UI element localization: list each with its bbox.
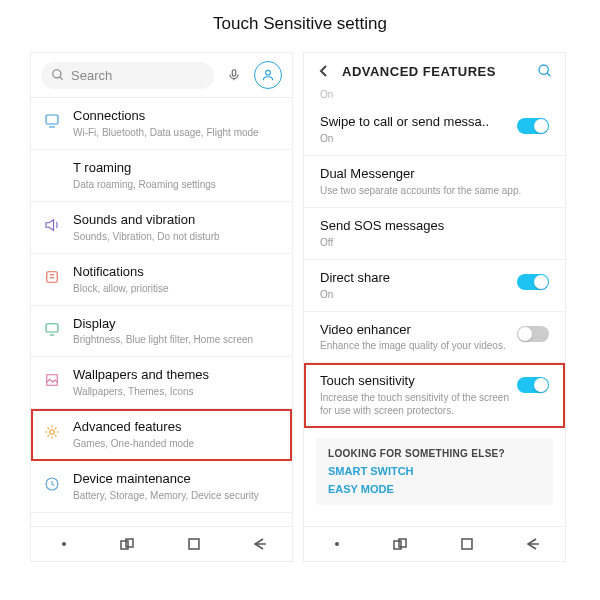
feature-item-send-sos-messages[interactable]: Send SOS messagesOff [304,208,565,260]
home-icon[interactable] [182,535,206,553]
search-input[interactable]: Search [41,62,214,89]
feature-subtitle: Enhance the image quality of your videos… [320,339,509,352]
svg-rect-31 [394,541,401,549]
feature-title: Touch sensitivity [320,373,509,390]
mic-icon[interactable] [220,61,248,89]
feature-text: Touch sensitivityIncrease the touch sens… [320,373,509,417]
settings-item-title: Sounds and vibration [73,212,280,229]
feature-text: Dual MessengerUse two separate accounts … [320,166,549,197]
settings-item-wallpapers-and-themes[interactable]: Wallpapers and themesWallpapers, Themes,… [31,357,292,409]
no-icon [41,162,63,184]
settings-item-title: Advanced features [73,419,280,436]
settings-item-text: NotificationsBlock, allow, prioritise [73,264,280,295]
svg-rect-32 [399,539,406,547]
settings-item-subtitle: Block, allow, prioritise [73,282,280,295]
settings-item-sounds-and-vibration[interactable]: Sounds and vibrationSounds, Vibration, D… [31,202,292,254]
settings-item-subtitle: Wi-Fi, Bluetooth, Data usage, Flight mod… [73,126,280,139]
settings-item-title: Connections [73,108,280,125]
settings-item-text: Wallpapers and themesWallpapers, Themes,… [73,367,280,398]
feature-item-swipe-to-call-or-send-messa[interactable]: Swipe to call or send messa..On [304,104,565,156]
settings-item-text: ConnectionsWi-Fi, Bluetooth, Data usage,… [73,108,280,139]
svg-point-3 [266,70,271,75]
settings-item-display[interactable]: DisplayBrightness, Blue light filter, Ho… [31,306,292,358]
right-navbar [304,526,565,561]
toggle-switch[interactable] [517,118,549,134]
looking-title: LOOKING FOR SOMETHING ELSE? [328,448,541,459]
settings-item-apps[interactable]: AppsDefault apps, App permissions [31,513,292,526]
right-phone: ADVANCED FEATURES On Swipe to call or se… [303,52,566,562]
svg-rect-6 [47,271,58,282]
notifications-icon [41,266,63,288]
feature-text: Video enhancerEnhance the image quality … [320,322,509,353]
feature-subtitle: Increase the touch sensitivity of the sc… [320,391,509,417]
feature-item-direct-share[interactable]: Direct shareOn [304,260,565,312]
home-icon[interactable] [455,535,479,553]
settings-item-title: Device maintenance [73,471,280,488]
svg-rect-25 [126,539,133,547]
svg-point-12 [50,430,55,435]
feature-subtitle: On [320,288,509,301]
svg-point-23 [62,542,66,546]
settings-item-subtitle: Data roaming, Roaming settings [73,178,280,191]
search-placeholder: Search [71,68,112,83]
feature-title: Dual Messenger [320,166,549,183]
feature-item-video-enhancer[interactable]: Video enhancerEnhance the image quality … [304,312,565,364]
settings-list: ConnectionsWi-Fi, Bluetooth, Data usage,… [31,98,292,526]
feature-subtitle: Use two separate accounts for the same a… [320,184,549,197]
maintenance-icon [41,473,63,495]
feature-item-touch-sensitivity[interactable]: Touch sensitivityIncrease the touch sens… [304,363,565,428]
settings-item-text: Device maintenanceBattery, Storage, Memo… [73,471,280,502]
toggle-switch[interactable] [517,274,549,290]
settings-item-connections[interactable]: ConnectionsWi-Fi, Bluetooth, Data usage,… [31,98,292,150]
settings-item-title: Wallpapers and themes [73,367,280,384]
looking-link[interactable]: EASY MODE [328,483,541,495]
settings-item-text: T roamingData roaming, Roaming settings [73,160,280,191]
phones-container: Search ConnectionsWi-Fi, Bluetooth, Data… [0,52,600,562]
recents-icon[interactable] [117,535,141,553]
settings-item-text: DisplayBrightness, Blue light filter, Ho… [73,316,280,347]
feature-subtitle: Off [320,236,549,249]
feature-item-dual-messenger[interactable]: Dual MessengerUse two separate accounts … [304,156,565,208]
looking-card: LOOKING FOR SOMETHING ELSE?SMART SWITCHE… [316,438,553,505]
svg-line-29 [547,73,550,76]
toggle-switch[interactable] [517,377,549,393]
nav-dot-icon[interactable] [325,535,349,553]
search-icon[interactable] [535,61,555,81]
settings-item-subtitle: Brightness, Blue light filter, Home scre… [73,333,280,346]
settings-item-text: Advanced featuresGames, One-handed mode [73,419,280,450]
feature-title: Send SOS messages [320,218,549,235]
feature-title: Video enhancer [320,322,509,339]
feature-text: Direct shareOn [320,270,509,301]
settings-item-t-roaming[interactable]: T roamingData roaming, Roaming settings [31,150,292,202]
right-header-title: ADVANCED FEATURES [342,64,527,79]
sound-icon [41,214,63,236]
svg-point-0 [53,70,61,78]
looking-link[interactable]: SMART SWITCH [328,465,541,477]
left-phone: Search ConnectionsWi-Fi, Bluetooth, Data… [30,52,293,562]
svg-point-30 [335,542,339,546]
recents-icon[interactable] [390,535,414,553]
svg-rect-2 [232,70,236,76]
nav-dot-icon[interactable] [52,535,76,553]
settings-item-title: Display [73,316,280,333]
svg-line-1 [60,77,63,80]
settings-item-notifications[interactable]: NotificationsBlock, allow, prioritise [31,254,292,306]
search-icon [51,68,65,82]
svg-rect-33 [462,539,472,549]
feature-text: Swipe to call or send messa..On [320,114,509,145]
back-icon[interactable] [247,535,271,553]
settings-item-device-maintenance[interactable]: Device maintenanceBattery, Storage, Memo… [31,461,292,513]
profile-icon[interactable] [254,61,282,89]
toggle-switch[interactable] [517,326,549,342]
back-chevron-icon[interactable] [314,61,334,81]
connections-icon [41,110,63,132]
wallpaper-icon [41,369,63,391]
svg-rect-26 [189,539,199,549]
back-icon[interactable] [520,535,544,553]
feature-subtitle: On [320,132,509,145]
prev-item-fragment: On [304,89,565,104]
settings-item-advanced-features[interactable]: Advanced featuresGames, One-handed mode [31,409,292,461]
settings-item-subtitle: Games, One-handed mode [73,437,280,450]
features-list: Swipe to call or send messa..OnDual Mess… [304,104,565,526]
settings-item-title: T roaming [73,160,280,177]
